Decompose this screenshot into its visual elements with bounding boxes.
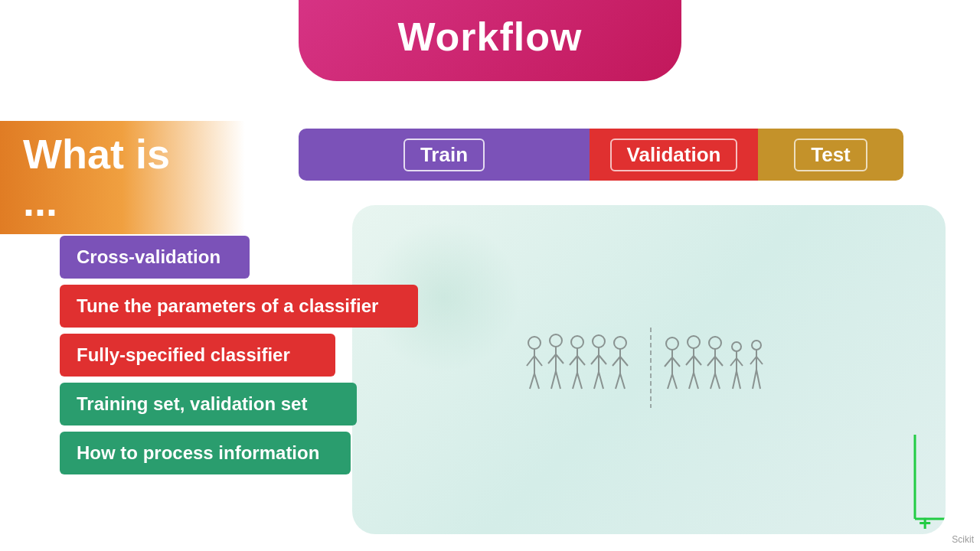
people-svg (519, 324, 779, 416)
svg-line-54 (737, 371, 740, 389)
svg-line-52 (737, 358, 743, 366)
svg-line-53 (733, 371, 737, 389)
svg-point-43 (709, 337, 721, 349)
svg-point-55 (752, 341, 761, 350)
svg-point-6 (550, 334, 562, 347)
svg-line-22 (594, 372, 599, 389)
svg-line-23 (599, 372, 603, 389)
svg-line-47 (710, 373, 715, 389)
workflow-title: Workflow (397, 15, 582, 59)
svg-line-39 (686, 356, 694, 365)
sidebar-item-tune-params: Tune the parameters of a classifier (60, 285, 418, 328)
svg-line-5 (534, 373, 539, 389)
what-is-label: What is ... (0, 121, 245, 234)
svg-line-29 (620, 373, 625, 389)
training-set-label: Training set, validation set (77, 393, 307, 414)
svg-line-45 (707, 357, 715, 366)
logo-area: Scikit (952, 534, 974, 545)
svg-point-12 (571, 336, 583, 348)
svg-line-42 (694, 373, 698, 389)
validation-label: Validation (610, 139, 738, 171)
svg-line-26 (612, 357, 620, 366)
svg-line-57 (750, 357, 756, 364)
svg-point-31 (666, 337, 678, 350)
svg-point-24 (614, 337, 626, 349)
svg-point-18 (593, 335, 605, 347)
pipeline-bar: Train Validation Test (299, 129, 903, 181)
svg-line-11 (556, 371, 560, 389)
svg-line-48 (715, 373, 720, 389)
svg-line-36 (672, 374, 677, 389)
pipeline-train: Train (299, 129, 590, 181)
svg-line-34 (672, 357, 680, 367)
svg-line-10 (551, 371, 556, 389)
sidebar-item-fully-specified: Fully-specified classifier (60, 334, 335, 377)
svg-line-33 (665, 357, 672, 367)
svg-line-9 (556, 354, 564, 364)
svg-line-58 (756, 357, 763, 364)
sidebar-items: Cross-validation Tune the parameters of … (60, 236, 418, 474)
svg-point-0 (528, 337, 541, 349)
how-to-process-label: How to process information (77, 442, 319, 463)
svg-line-8 (548, 354, 556, 364)
workflow-title-box: Workflow (299, 0, 681, 81)
svg-text:+: + (919, 511, 931, 534)
sidebar-item-how-to-process: How to process information (60, 432, 351, 474)
svg-point-37 (688, 336, 700, 348)
svg-line-35 (668, 374, 672, 389)
svg-line-21 (599, 355, 606, 364)
content-area: + (352, 205, 946, 534)
test-label: Test (794, 139, 867, 171)
svg-line-59 (753, 370, 756, 389)
svg-line-60 (756, 370, 760, 389)
svg-line-17 (577, 373, 582, 389)
sidebar-item-training-set: Training set, validation set (60, 383, 357, 425)
svg-line-41 (689, 373, 694, 389)
svg-line-14 (570, 356, 577, 365)
sidebar-item-cross-validation: Cross-validation (60, 236, 250, 279)
svg-line-16 (573, 373, 577, 389)
cross-validation-label: Cross-validation (77, 246, 220, 267)
tune-params-label: Tune the parameters of a classifier (77, 295, 378, 316)
svg-line-2 (527, 356, 534, 366)
svg-line-40 (694, 356, 701, 365)
svg-line-27 (620, 357, 628, 366)
title-container: Workflow (299, 0, 681, 81)
pipeline-validation: Validation (590, 129, 758, 181)
green-corner: + (823, 435, 946, 534)
svg-line-46 (715, 357, 723, 366)
svg-line-20 (591, 355, 599, 364)
svg-line-4 (530, 373, 534, 389)
people-visualization (519, 324, 779, 416)
svg-line-28 (616, 373, 620, 389)
svg-line-15 (577, 356, 585, 365)
train-label: Train (403, 139, 485, 171)
fully-specified-label: Fully-specified classifier (77, 344, 290, 365)
svg-line-3 (534, 356, 542, 366)
svg-point-49 (732, 342, 741, 351)
pipeline-test: Test (758, 129, 903, 181)
svg-line-51 (730, 358, 737, 366)
what-is-text: What is ... (23, 131, 170, 224)
logo-text: Scikit (952, 534, 974, 545)
